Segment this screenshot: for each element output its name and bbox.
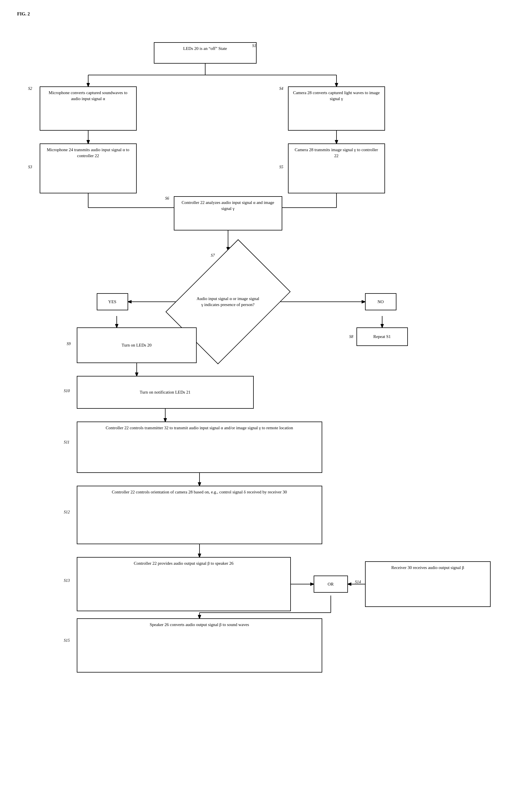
- s10-text: Turn on notification LEDs 21: [140, 389, 191, 395]
- yes-box: YES: [97, 293, 128, 310]
- s3-box: Microphone 24 transmits audio input sign…: [40, 143, 137, 193]
- s4-box: Camera 28 converts captured light waves …: [288, 86, 385, 131]
- figure-label: FIG. 2: [17, 11, 513, 16]
- s2-text: Microphone converts captured soundwaves …: [49, 90, 128, 101]
- s6-label: S6: [165, 196, 169, 201]
- s14-box: Receiver 30 receives audio output signal…: [365, 561, 491, 607]
- s6-text: Controller 22 analyzes audio input signa…: [182, 200, 274, 211]
- flowchart: LEDs 20 is an “off” State S1 Microphone …: [23, 25, 508, 801]
- s14-label: S14: [355, 580, 361, 584]
- or-box: OR: [313, 576, 348, 593]
- s11-label: S11: [64, 440, 70, 445]
- s8-label: S8: [349, 335, 353, 339]
- s9-box: Turn on LEDs 20: [77, 328, 197, 363]
- s13-label: S13: [64, 578, 70, 583]
- s5-label: S5: [279, 165, 283, 170]
- s12-text: Controller 22 controls orientation of ca…: [112, 490, 287, 494]
- s2-label: S2: [28, 86, 32, 91]
- s12-label: S12: [64, 510, 70, 514]
- s15-box: Speaker 26 converts audio output signal …: [77, 618, 322, 672]
- s9-text: Turn on LEDs 20: [122, 342, 152, 348]
- yes-text: YES: [108, 299, 116, 305]
- s15-label: S15: [64, 638, 70, 643]
- or-text: OR: [327, 581, 334, 587]
- s11-box: Controller 22 controls transmitter 32 to…: [77, 422, 322, 473]
- s7-diamond: Audio input signal α or image signal γ i…: [191, 250, 265, 353]
- s3-label: S3: [28, 165, 32, 170]
- s2-box: Microphone converts captured soundwaves …: [40, 86, 137, 131]
- s1-box: LEDs 20 is an “off” State: [154, 42, 256, 63]
- page: FIG. 2: [0, 0, 530, 812]
- s13-text: Controller 22 provides audio output sign…: [134, 561, 234, 566]
- s3-text: Microphone 24 transmits audio input sign…: [47, 147, 129, 158]
- s13-box: Controller 22 provides audio output sign…: [77, 557, 291, 611]
- s5-text: Camera 28 transmits image signal γ to co…: [295, 147, 378, 158]
- s8-box: Repeat S1: [357, 328, 408, 346]
- s12-box: Controller 22 controls orientation of ca…: [77, 486, 322, 544]
- s1-text: LEDs 20 is an “off” State: [183, 46, 227, 51]
- s8-text: Repeat S1: [373, 334, 391, 340]
- s4-label: S4: [279, 86, 283, 91]
- s5-box: Camera 28 transmits image signal γ to co…: [288, 143, 385, 193]
- no-box: NO: [365, 293, 396, 310]
- s7-text: Audio input signal α or image signal γ i…: [191, 250, 265, 353]
- no-text: NO: [378, 299, 384, 305]
- s15-text: Speaker 26 converts audio output signal …: [150, 622, 249, 627]
- s10-box: Turn on notification LEDs 21: [77, 376, 254, 409]
- s10-label: S10: [64, 389, 70, 393]
- s1-label: S1: [252, 44, 256, 48]
- s4-text: Camera 28 converts captured light waves …: [293, 90, 380, 101]
- s14-text: Receiver 30 receives audio output signal…: [391, 565, 464, 570]
- s6-box: Controller 22 analyzes audio input signa…: [174, 196, 282, 230]
- arrows-svg: [23, 25, 508, 801]
- s9-label: S9: [67, 342, 71, 346]
- s11-text: Controller 22 controls transmitter 32 to…: [106, 425, 293, 430]
